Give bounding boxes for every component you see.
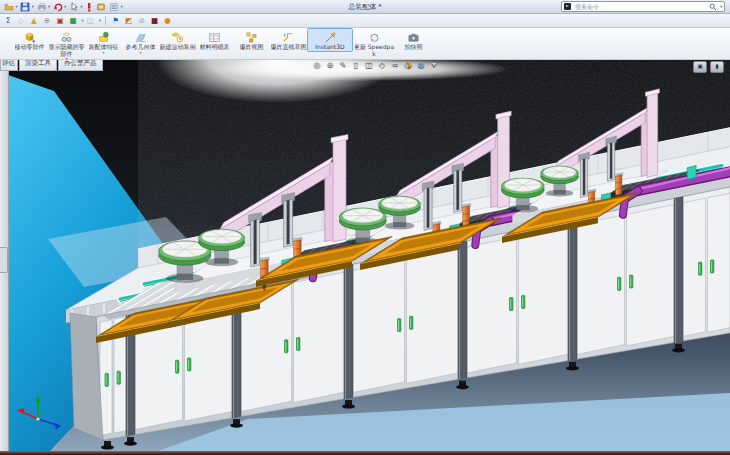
equations-icon[interactable]: Σ [2,15,14,27]
command-manager: 配合 移动零部件 显示隐藏的零部件 ▾ 装配体特征 ▾ 参考几何体 ▾ 新建运动… [0,28,730,60]
print-button[interactable]: ▾ [36,1,51,12]
bill-of-materials-icon [208,30,221,44]
search-input[interactable] [573,2,707,11]
cm-show-hidden-button[interactable]: 显示隐藏的零部件 ▾ [48,28,85,60]
search-dropdown-caret[interactable]: ▾ [720,4,722,9]
new-motion-study-icon [171,30,184,44]
assembly-toolbar: Σ ◇ ▲ ⊕ ▣ ■▾ ◫▾ ⚑ ◩ ⊘ ■ ● [0,14,730,28]
exploded-view-icon [245,30,258,44]
command-search[interactable]: ▾ [561,1,725,12]
animation-icon[interactable]: ⚑ [110,15,122,27]
cm-explode-line-sketch-button[interactable]: 爆炸直线草图 [270,28,307,51]
select-cursor-icon [69,2,79,12]
display-states-icon[interactable]: ◫ [84,15,96,27]
taskbar-edge [0,451,730,455]
open-button[interactable]: ▾ [3,1,18,12]
freeze-bar-icon[interactable]: ◇ [15,15,27,27]
move-component-icon[interactable]: ⊕ [41,15,53,27]
cm-new-motion-study-button[interactable]: 新建运动算例 [159,28,196,51]
cm-take-snapshot-button[interactable]: 拍快照 [395,28,432,51]
search-icon[interactable] [709,3,717,11]
previous-view-icon[interactable]: ✎ [338,59,348,70]
view-orientation-icon[interactable]: ◫ [364,59,374,70]
update-speedpak-icon [368,30,381,44]
save-button[interactable]: ▾ [19,1,34,12]
appearance-button[interactable] [95,1,107,12]
close-window-button[interactable]: ▮ [710,61,724,73]
appearance-icon [96,2,106,12]
component-preview-icon[interactable]: ▣ [54,15,66,27]
assembly-model-scene[interactable] [8,57,730,451]
show-hidden-components-icon [60,30,73,44]
solidworks-window: ▾ ▾ ▾ ▾ ▾ ▾ 总装配体 * [0,0,730,455]
cm-mate-button[interactable]: 配合 [0,28,11,51]
assembly-features-icon [97,30,110,44]
material-icon[interactable]: ■ [149,15,161,27]
featuremanager-collapsed-panel[interactable] [0,57,9,451]
edit-appearance-icon[interactable]: ◑ [403,59,413,70]
section-view-icon[interactable]: ▯ [351,59,361,70]
heads-up-view-toolbar: ◎ ⊕ ✎ ▯ ◫ ◇ ∞ ◑ ◍ ▾ [312,59,439,70]
appearance-ball-icon[interactable]: ● [162,15,174,27]
toolbar-separator [105,16,106,25]
cm-bill-of-materials-button[interactable]: 材料明细表 [196,28,233,51]
search-scope-icon[interactable] [564,3,571,10]
viewport-canvas[interactable]: ◎ ⊕ ✎ ▯ ◫ ◇ ∞ ◑ ◍ ▾ ▣ ▮ [8,57,730,451]
title-bar: ▾ ▾ ▾ ▾ ▾ ▾ 总装配体 * [0,0,730,14]
featuremanager-flyout-tab[interactable] [0,247,8,273]
undo-button[interactable]: ▾ [52,1,67,12]
view-settings-icon[interactable]: ▾ [429,59,439,70]
undo-icon [53,2,63,12]
cm-update-speedpak-button[interactable]: 更新 Speedpak [353,28,395,57]
take-snapshot-icon [407,30,420,44]
document-window-buttons: ▣ ▮ [693,61,724,73]
cm-instant3d-button[interactable]: Instant3D [307,28,353,52]
move-component-icon [23,30,36,44]
print-icon [37,2,47,12]
open-icon [4,2,14,12]
rebuild-button[interactable] [84,1,94,12]
display-style-icon[interactable]: ◇ [377,59,387,70]
save-icon [20,2,30,12]
cm-reference-geometry-button[interactable]: 参考几何体 ▾ [122,28,159,55]
no-section-icon[interactable]: ⊘ [136,15,148,27]
reference-geometry-icon [134,30,147,44]
apply-scene-icon[interactable]: ◍ [416,59,426,70]
instant3d-icon [324,30,337,44]
cm-move-component-button[interactable]: 移动零部件 [11,28,48,51]
cm-exploded-view-button[interactable]: 爆炸视图 [233,28,270,51]
options-icon [109,2,119,12]
quick-access-toolbar: ▾ ▾ ▾ ▾ ▾ ▾ [3,1,124,12]
zoom-to-area-icon[interactable]: ⊕ [325,59,335,70]
cm-assembly-features-button[interactable]: 装配体特征 ▾ [85,28,122,55]
select-button[interactable]: ▾ [68,1,83,12]
options-button[interactable]: ▾ [108,1,123,12]
rebuild-icon [85,2,93,12]
restore-window-button[interactable]: ▣ [693,61,707,73]
render-tools-icon[interactable]: ◩ [123,15,135,27]
hide-show-items-icon[interactable]: ∞ [390,59,400,70]
explode-line-sketch-icon [282,30,295,44]
zoom-to-fit-icon[interactable]: ◎ [312,59,322,70]
interference-check-icon[interactable]: ▲ [28,15,40,27]
smart-component-icon[interactable]: ■ [67,15,79,27]
